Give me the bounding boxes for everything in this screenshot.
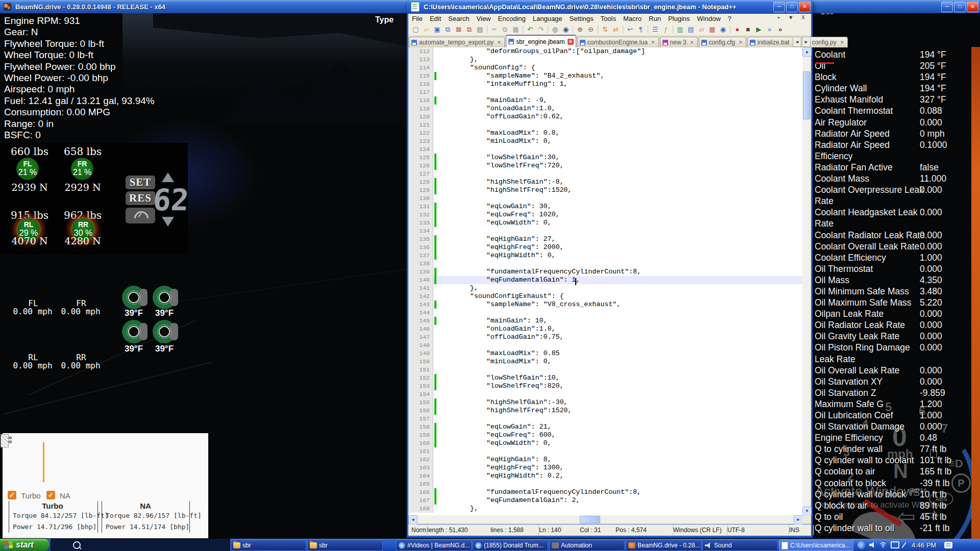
taskbar-button-sbr[interactable]: sbr [231,540,306,551]
start-button[interactable]: start [0,539,50,551]
taskbar-search-band[interactable] [51,539,231,551]
scroll-up-icon[interactable]: ▲ [802,47,812,57]
display-icon[interactable] [891,541,899,548]
copy-icon[interactable]: ⧉ [500,24,510,34]
messenger-icon[interactable] [944,542,952,548]
menu-macro[interactable]: Macro [620,15,645,22]
tab-combustionengine-lua[interactable]: combustionEngine.lua✕ [577,37,659,47]
horizontal-scrollbar[interactable]: ◄ ► [408,515,802,524]
npp-minimize-button[interactable]: ─ [773,2,785,12]
tab-sbr-engine-jbeam[interactable]: sbr_engine.jbeam✕ [506,35,576,47]
npp-close-button[interactable]: ✕ [799,2,811,12]
macro-stop-icon[interactable]: ■ [743,24,753,34]
menu-search[interactable]: Search [445,15,473,22]
turbo-checkbox[interactable]: ✓ [8,491,16,499]
view-eye-icon[interactable]: ◉ [718,24,728,34]
document-map-icon[interactable]: ▥ [675,24,685,34]
sync-horizontal-icon[interactable]: ⇄ [611,24,621,34]
taskbar-button-c-users-icsamerica-[interactable]: C:\Users\icsamerica... [779,540,854,551]
close-all-icon[interactable]: ⧉ [464,24,474,34]
tab-automate-tempo-export-py[interactable]: automate_tempo_export.py✕ [409,37,505,47]
tab-scroll-left-icon[interactable]: ◄ [793,37,801,47]
print-icon[interactable]: ▤ [475,24,485,34]
wheel-fl-name: FL [16,158,39,168]
vertical-scroll-thumb[interactable] [803,71,811,119]
cruise-down-arrow-icon[interactable] [162,217,174,227]
menu-settings[interactable]: Settings [566,15,597,22]
menu-view[interactable]: View [473,15,495,22]
vertical-scrollbar[interactable]: ▲ ▼ [802,47,811,515]
taskbar-button--videos-beamng-d-[interactable]: e#Videos | BeamNG.d... [396,540,472,551]
tab-close-icon[interactable]: ✕ [738,39,744,45]
cruise-res-button[interactable]: RES [126,191,155,205]
na-checkbox[interactable]: ✓ [46,491,55,499]
zoom-out-icon[interactable]: ⊖ [586,24,596,34]
tab-close-icon[interactable]: ✕ [689,39,695,45]
volume-icon[interactable] [869,542,875,548]
npp-titlebar[interactable]: C:\Users\icsamerica\AppData\Local\BeamNG… [407,0,813,14]
cut-icon[interactable]: ✂ [489,24,499,34]
hide-icons-chevron-icon[interactable]: ‹ [857,541,865,549]
taskbar-button-automation[interactable]: Automation [549,540,625,551]
tab-close-icon[interactable]: ✕ [839,39,845,45]
wireless-icon[interactable] [879,542,887,548]
menu-edit[interactable]: Edit [426,15,445,22]
code-editor[interactable]: 112 "deformGroups_oilPan":["oilpan_damag… [408,47,802,515]
redo-icon[interactable]: ↷ [536,24,546,34]
menu-window[interactable]: Window [694,15,724,22]
toolbar-overflow-icon[interactable]: » [775,24,785,34]
npp-menu-extra[interactable]: + ▼ X [777,14,808,20]
taskbar-button-sbr[interactable]: sbr [307,540,383,551]
macro-run-multi-icon[interactable]: » [765,24,774,34]
menu-run[interactable]: Run [645,15,665,22]
cruise-set-button[interactable]: SET [126,176,155,189]
scroll-down-icon[interactable]: ▼ [802,507,812,516]
project-panel-icon[interactable]: ▦ [707,24,717,34]
menu-language[interactable]: Language [529,15,566,22]
pen-input-icon[interactable] [901,542,906,548]
replace-icon[interactable]: ◉ [561,24,571,34]
indent-guide-icon[interactable]: ☰ [650,24,660,34]
sync-vertical-icon[interactable]: ⇅ [600,24,610,34]
minimize-button[interactable]: ─ [941,2,953,12]
taskbar-button-beamng-drive-0-28-[interactable]: BeamNG.drive - 0.28... [626,540,701,551]
folder-workspace-icon[interactable]: ▱ [697,24,706,34]
paste-icon[interactable]: ▦ [511,24,521,34]
cruise-up-arrow-icon[interactable] [162,172,174,182]
find-icon[interactable]: ◎ [550,24,560,34]
macro-play-icon[interactable]: ▶ [754,24,764,34]
resize-grip-icon[interactable] [1,434,9,447]
taskbar-button--1855-donald-trum-[interactable]: e(1855) Donald Trum... [473,540,548,551]
save-icon[interactable]: ▣ [432,24,442,34]
menu-help[interactable]: ? [724,15,735,22]
undo-icon[interactable]: ↶ [525,24,535,34]
tab-close-icon[interactable]: ✕ [650,39,656,45]
taskbar-button-sound[interactable]: Sound [702,540,778,551]
save-all-icon[interactable]: ⧉ [443,24,453,34]
menu-plugins[interactable]: Plugins [665,15,694,22]
menu-file[interactable]: File [408,15,426,22]
tab-scroll-right-icon[interactable]: ► [802,37,811,47]
npp-maximize-button[interactable]: □ [786,2,798,12]
cruise-gauge-button[interactable] [126,208,155,223]
scroll-left-icon[interactable]: ◄ [408,515,418,524]
tab-config-cfg[interactable]: config.cfg✕ [699,37,746,47]
zoom-in-icon[interactable]: ⊕ [575,24,585,34]
show-all-chars-icon[interactable]: ¶ [636,24,646,34]
menu-tools[interactable]: Tools [597,15,620,22]
maximize-button[interactable]: □ [954,2,966,12]
new-file-icon[interactable]: ▢ [411,24,421,34]
function-list-icon[interactable]: ƒ [661,24,671,34]
document-list-icon[interactable]: ▤ [686,24,696,34]
macro-record-icon[interactable]: ● [732,24,742,34]
word-wrap-icon[interactable]: ↩ [625,24,635,34]
menu-encoding[interactable]: Encoding [495,15,529,22]
tab-close-icon[interactable]: ✕ [496,39,502,45]
horizontal-scroll-thumb[interactable] [580,516,600,523]
tab-new-3[interactable]: new 3✕ [660,37,698,47]
close-icon[interactable]: ⊠ [454,24,463,34]
scroll-right-icon[interactable]: ► [794,515,803,524]
open-file-icon[interactable]: ▱ [422,24,431,34]
close-button[interactable]: ✕ [967,2,978,12]
tab-close-icon[interactable]: ✕ [568,39,574,45]
